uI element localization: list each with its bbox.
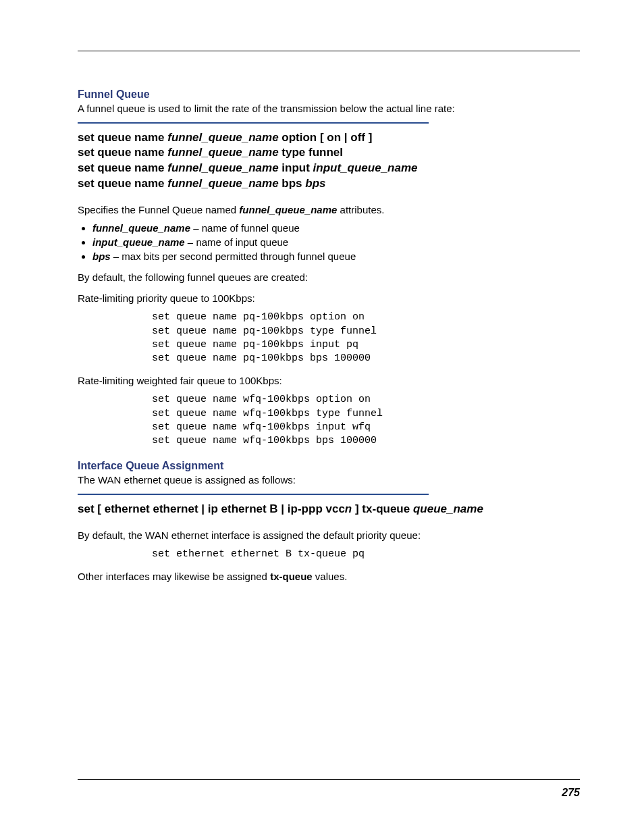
- list-item: input_queue_name – name of input queue: [92, 236, 580, 248]
- code-block-pq: set queue name pq-100kbps option on set …: [152, 311, 580, 365]
- top-rule: [78, 51, 580, 51]
- bottom-rule: [78, 779, 580, 780]
- blue-rule: [78, 122, 429, 124]
- list-item: funnel_queue_name – name of funnel queue: [92, 222, 580, 234]
- param-list: funnel_queue_name – name of funnel queue…: [78, 222, 580, 262]
- other-text: Other interfaces may likewise be assigne…: [78, 571, 580, 582]
- code-block-wfq: set queue name wfq-100kbps option on set…: [152, 393, 580, 448]
- command-syntax-block: set queue name funnel_queue_name option …: [78, 130, 580, 192]
- blue-rule: [78, 494, 429, 495]
- page-number: 275: [562, 787, 580, 799]
- document-page: Funnel Queue A funnel queue is used to l…: [0, 0, 644, 834]
- code-block-ethernet: set ethernet ethernet B tx-queue pq: [152, 548, 580, 561]
- spec-text: Specifies the Funnel Queue named funnel_…: [78, 204, 580, 215]
- list-item: bps – max bits per second permitted thro…: [92, 251, 580, 262]
- intro-text: A funnel queue is used to limit the rate…: [78, 102, 580, 115]
- heading-funnel-queue: Funnel Queue: [78, 88, 580, 101]
- cmd-line-3: set queue name funnel_queue_name input i…: [78, 161, 580, 176]
- cmd-line-1: set queue name funnel_queue_name option …: [78, 130, 580, 146]
- default-text: By default, the following funnel queues …: [78, 271, 580, 283]
- cmd-line-2: set queue name funnel_queue_name type fu…: [78, 145, 580, 161]
- command-syntax-block-2: set [ ethernet ethernet | ip ethernet B …: [78, 502, 580, 517]
- rate1-label: Rate-limiting priority queue to 100Kbps:: [78, 292, 580, 304]
- heading-iface-queue: Interface Queue Assignment: [78, 460, 580, 472]
- intro-text-2: The WAN ethernet queue is assigned as fo…: [78, 473, 580, 487]
- default-text-2: By default, the WAN ethernet interface i…: [78, 529, 580, 541]
- rate2-label: Rate-limiting weighted fair queue to 100…: [78, 375, 580, 386]
- cmd-line-4: set queue name funnel_queue_name bps bps: [78, 176, 580, 192]
